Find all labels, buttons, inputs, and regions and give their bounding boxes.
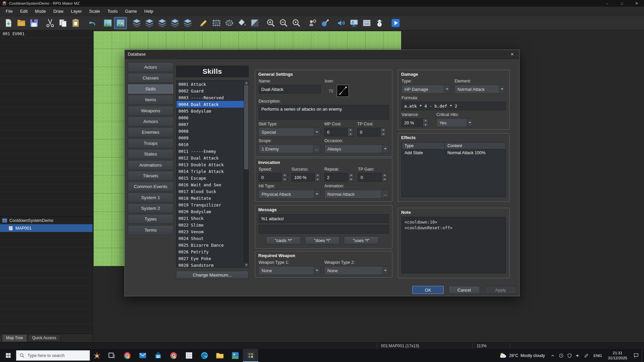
start-button[interactable] xyxy=(0,349,16,362)
store-button[interactable] xyxy=(150,349,166,362)
menu-layer[interactable]: Layer xyxy=(67,7,86,15)
undo-button[interactable] xyxy=(85,17,98,29)
description-input[interactable]: Performs a series of attacks on an enemy… xyxy=(259,105,389,120)
skill-list-item[interactable]: 0025 Bizarre Dance xyxy=(176,242,244,248)
spinner-arrows-icon[interactable] xyxy=(282,173,287,181)
dialog-close-button[interactable]: ✕ xyxy=(508,52,516,57)
spinner-arrows-icon[interactable] xyxy=(315,173,320,181)
skill-list-item[interactable]: 0006 xyxy=(176,114,244,121)
apply-button[interactable]: Apply xyxy=(485,286,517,294)
animation-more-button[interactable]: ... xyxy=(381,190,388,198)
file-explorer-button[interactable] xyxy=(212,349,227,362)
taskbar-search[interactable] xyxy=(16,350,90,361)
mail-button[interactable] xyxy=(135,349,150,362)
zoom-actual-button[interactable] xyxy=(290,17,303,29)
variance-spinner[interactable]: 20 % xyxy=(401,118,428,127)
event-searcher-button[interactable] xyxy=(360,17,373,29)
event-edit-mode-button[interactable] xyxy=(114,17,127,29)
language-indicator[interactable]: ENG xyxy=(591,354,605,358)
layer-1-button[interactable] xyxy=(143,17,156,29)
db-tab-skills[interactable]: Skills xyxy=(128,84,173,94)
spinner-arrows-icon[interactable] xyxy=(347,128,353,136)
game-character-button[interactable] xyxy=(373,17,386,29)
ellipse-tool-button[interactable] xyxy=(223,17,235,29)
shadow-pen-tool-button[interactable] xyxy=(248,17,261,29)
tray-security-button[interactable] xyxy=(566,353,574,358)
taskbar-clock[interactable]: 21:31 31/12/2025 xyxy=(605,351,630,361)
tray-expand-button[interactable] xyxy=(548,353,557,358)
zoom-out-button[interactable] xyxy=(277,17,290,29)
skill-list-item[interactable]: 0012 Dual Attack xyxy=(176,155,244,161)
uses-template-button[interactable]: "uses *!" xyxy=(344,236,379,244)
skill-list-item[interactable]: 0001 Attack xyxy=(176,81,244,87)
animation-select[interactable]: Normal Attack ... xyxy=(324,190,389,198)
search-input[interactable] xyxy=(28,353,86,358)
skill-list-item[interactable]: 0027 Eye Poke xyxy=(176,255,244,262)
spinner-arrows-icon[interactable] xyxy=(380,128,386,136)
db-tab-enemies[interactable]: Enemies xyxy=(128,127,173,137)
chrome-button[interactable] xyxy=(166,349,181,362)
skill-list-item[interactable]: 0015 Escape xyxy=(176,175,244,181)
database-button[interactable] xyxy=(319,17,331,29)
open-project-button[interactable] xyxy=(15,17,28,29)
map-tree-item[interactable]: MAP001 xyxy=(0,224,93,232)
tab-map-tree[interactable]: Map Tree xyxy=(2,334,27,342)
menu-help[interactable]: Help xyxy=(141,7,157,15)
menu-mode[interactable]: Mode xyxy=(31,7,50,15)
menu-edit[interactable]: Edit xyxy=(16,7,31,15)
skill-list-item[interactable]: 0007 xyxy=(176,121,244,128)
skill-list-item[interactable]: 0021 Shock xyxy=(176,215,244,222)
damage-type-select[interactable]: HP Damage xyxy=(401,85,450,94)
effects-table[interactable]: Type Content Add State Normal Attack 100… xyxy=(401,142,506,197)
rectangle-tool-button[interactable] xyxy=(210,17,223,29)
skill-list-item[interactable]: 0024 Shout xyxy=(176,235,244,242)
spinner-arrows-icon[interactable] xyxy=(348,173,354,181)
event-list-item[interactable]: 001 EV001 xyxy=(0,30,93,38)
message-line2-input[interactable] xyxy=(259,225,389,234)
scroll-up-icon[interactable] xyxy=(244,81,249,85)
scroll-down-icon[interactable] xyxy=(244,263,249,267)
spinner-arrows-icon[interactable] xyxy=(382,173,387,181)
layer-3-button[interactable] xyxy=(168,17,181,29)
cut-button[interactable] xyxy=(44,17,56,29)
skill-list-item[interactable]: 0011 -----Enemy xyxy=(176,148,244,155)
edge-button[interactable] xyxy=(197,349,212,362)
success-spinner[interactable]: 100 % xyxy=(291,173,320,182)
skill-list-item[interactable]: 0013 Double Attack xyxy=(176,161,244,168)
element-select[interactable]: Normal Attack xyxy=(454,85,505,94)
skill-list-item[interactable]: 0028 Sandstorm xyxy=(176,262,244,267)
db-tab-armors[interactable]: Armors xyxy=(128,117,173,126)
layer-2-button[interactable] xyxy=(156,17,168,29)
weapon-type-1-select[interactable]: None xyxy=(259,266,320,275)
skill-list-item[interactable]: 0010 xyxy=(176,141,244,148)
rpg-maker-taskbar-button[interactable] xyxy=(243,349,258,362)
tp-cost-spinner[interactable]: 0 xyxy=(357,128,386,136)
weather-widget[interactable]: 28°C Mostly cloudy xyxy=(496,349,548,362)
skill-list-item[interactable]: 0026 Petrify xyxy=(176,248,244,255)
skill-list-item[interactable]: 0009 xyxy=(176,134,244,141)
scrollbar-thumb[interactable] xyxy=(244,85,248,169)
skill-list-item[interactable]: 0004 Dual Attack xyxy=(176,101,244,108)
new-project-button[interactable] xyxy=(2,17,15,29)
skill-list-item[interactable]: 0016 Wait and See xyxy=(176,181,244,188)
close-button[interactable]: ✕ xyxy=(629,0,644,7)
scope-select[interactable]: 1 Enemy ... xyxy=(259,144,320,153)
db-tab-terms[interactable]: Terms xyxy=(128,225,173,235)
tray-pen-button[interactable] xyxy=(582,353,591,358)
occasion-select[interactable]: Always xyxy=(324,144,389,153)
map-edit-mode-button[interactable] xyxy=(101,17,114,29)
critical-hits-select[interactable]: Yes xyxy=(436,118,473,127)
db-tab-types[interactable]: Types xyxy=(128,214,173,224)
skill-list-item[interactable]: 0002 Guard xyxy=(176,87,244,94)
speed-spinner[interactable]: 0 xyxy=(259,173,287,182)
copy-button[interactable] xyxy=(56,17,69,29)
db-tab-system-1[interactable]: System 1 xyxy=(128,193,173,202)
db-tab-system-2[interactable]: System 2 xyxy=(128,203,173,213)
skill-name-input[interactable]: Dual Attack xyxy=(259,85,321,94)
paste-button[interactable] xyxy=(69,17,82,29)
skill-type-select[interactable]: Special xyxy=(259,128,320,136)
play-test-button[interactable] xyxy=(389,17,402,29)
skill-list-item[interactable]: 0003 -----Reserved xyxy=(176,94,244,101)
menu-game[interactable]: Game xyxy=(121,7,141,15)
skill-icon-button[interactable] xyxy=(337,85,349,97)
